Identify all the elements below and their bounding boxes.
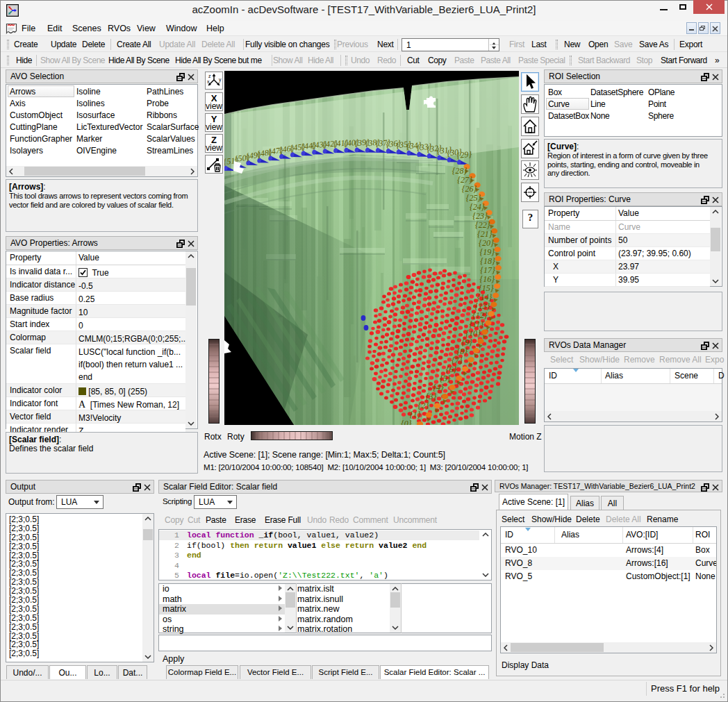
svg-text:{13}: {13} — [475, 301, 490, 311]
svg-text:{27}: {27} — [457, 175, 472, 185]
svg-text:{15}: {15} — [479, 283, 494, 293]
svg-text:{20}: {20} — [479, 238, 494, 248]
svg-text:{4}: {4} — [433, 383, 444, 392]
svg-text:{16}: {16} — [479, 274, 495, 284]
svg-text:z: z — [208, 74, 211, 78]
svg-text:x: x — [207, 79, 210, 84]
svg-text:{14}: {14} — [477, 292, 493, 302]
svg-text:{19}: {19} — [480, 247, 495, 257]
svg-text:{21}: {21} — [477, 229, 493, 239]
svg-text:{12}: {12} — [472, 310, 488, 320]
svg-text:{23}: {23} — [472, 211, 488, 221]
svg-text:{25}: {25} — [466, 193, 481, 203]
svg-text:{8}: {8} — [457, 346, 468, 356]
svg-text:{29}: {29} — [456, 149, 472, 160]
svg-text:{3}: {3} — [426, 392, 437, 401]
svg-text:{1}: {1} — [410, 410, 421, 419]
svg-text:{0}: {0} — [401, 419, 412, 425]
svg-text:{10}: {10} — [465, 328, 481, 338]
svg-text:{9}: {9} — [461, 337, 472, 347]
svg-text:{17}: {17} — [480, 265, 495, 275]
svg-text:{26}: {26} — [462, 184, 477, 194]
svg-text:{7}: {7} — [452, 356, 463, 365]
svg-text:{18}: {18} — [480, 256, 495, 266]
svg-text:{6}: {6} — [446, 365, 457, 374]
svg-text:y: y — [219, 77, 222, 83]
svg-text:{28}: {28} — [452, 166, 468, 176]
svg-text:{2}: {2} — [418, 401, 429, 410]
svg-text:{22}: {22} — [475, 220, 490, 230]
svg-text:{5}: {5} — [440, 374, 451, 383]
svg-text:{24}: {24} — [470, 202, 485, 212]
svg-text:{11}: {11} — [469, 319, 483, 329]
